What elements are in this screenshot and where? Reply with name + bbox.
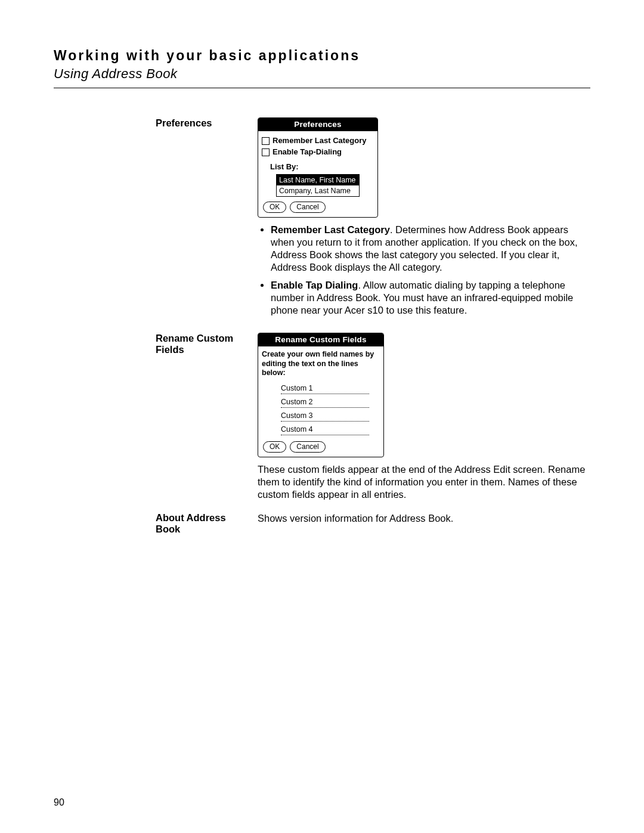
dialog-title: Rename Custom Fields <box>258 333 383 346</box>
page-header: Working with your basic applications Usi… <box>54 48 590 88</box>
dialog-title: Preferences <box>258 118 377 131</box>
list-item: Enable Tap Dialing. Allow automatic dial… <box>271 279 590 317</box>
checkbox-icon[interactable] <box>262 148 270 156</box>
content-table: Preferences Preferences Remember Last Ca… <box>155 117 590 546</box>
bullet-term: Remember Last Category <box>271 224 390 235</box>
remember-last-category-checkbox-row[interactable]: Remember Last Category <box>262 136 374 146</box>
about-description: Shows version information for Address Bo… <box>257 512 590 546</box>
row-label-about-address-book: About Address Book <box>155 512 257 546</box>
checkbox-label: Remember Last Category <box>273 136 367 146</box>
list-by-label: List By: <box>270 162 374 172</box>
rename-description: These custom fields appear at the end of… <box>258 463 590 501</box>
custom-field-3-input[interactable]: Custom 3 <box>281 410 369 422</box>
custom-field-2-input[interactable]: Custom 2 <box>281 397 369 408</box>
row-label-rename-custom-fields: Rename Custom Fields <box>155 332 257 512</box>
preferences-dialog: Preferences Remember Last Category Enabl… <box>258 117 378 218</box>
list-by-listbox[interactable]: Last Name, First Name Company, Last Name <box>276 174 360 197</box>
cancel-button[interactable]: Cancel <box>290 202 325 213</box>
section-subtitle: Using Address Book <box>54 66 590 82</box>
dialog-instruction: Create your own field names by editing t… <box>262 350 380 378</box>
bullet-term: Enable Tap Dialing <box>271 280 358 290</box>
enable-tap-dialing-checkbox-row[interactable]: Enable Tap-Dialing <box>262 147 374 157</box>
page-number: 90 <box>54 797 64 808</box>
ok-button[interactable]: OK <box>263 441 286 453</box>
ok-button[interactable]: OK <box>263 202 286 213</box>
list-option-lastname-firstname[interactable]: Last Name, First Name <box>277 175 359 185</box>
rename-custom-fields-dialog: Rename Custom Fields Create your own fie… <box>258 333 384 457</box>
checkbox-icon[interactable] <box>262 137 270 145</box>
row-label-preferences: Preferences <box>155 117 257 332</box>
custom-field-4-input[interactable]: Custom 4 <box>281 424 369 435</box>
custom-field-1-input[interactable]: Custom 1 <box>281 383 369 394</box>
chapter-title: Working with your basic applications <box>54 48 590 64</box>
checkbox-label: Enable Tap-Dialing <box>273 147 342 157</box>
cancel-button[interactable]: Cancel <box>290 441 325 453</box>
list-item: Remember Last Category. Determines how A… <box>271 224 590 274</box>
document-page: Working with your basic applications Usi… <box>0 0 644 833</box>
list-option-company-lastname[interactable]: Company, Last Name <box>277 185 359 196</box>
preferences-description-list: Remember Last Category. Determines how A… <box>258 224 590 317</box>
